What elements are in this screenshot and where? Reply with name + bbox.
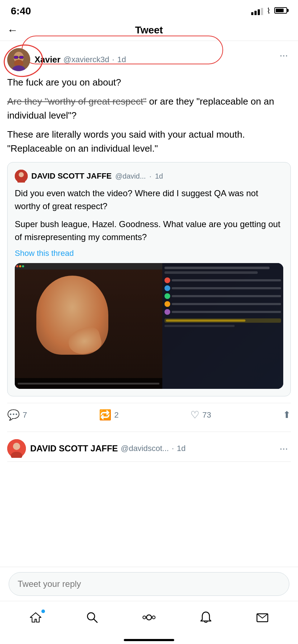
- svg-point-17: [152, 616, 155, 619]
- quoted-author-handle: @david...: [115, 172, 146, 180]
- home-svg: [29, 611, 42, 624]
- nav-messages[interactable]: [248, 607, 277, 632]
- quoted-text-part2: Super bush league, Hazel. Goodness. What…: [15, 218, 283, 244]
- avatar: [7, 48, 30, 71]
- reply-icon: 💬: [7, 409, 20, 421]
- screenshot-content: [15, 263, 283, 389]
- home-icon: [29, 611, 42, 627]
- page-title: Tweet: [135, 24, 163, 36]
- like-count: 73: [202, 410, 211, 420]
- tweet-text-line3: These are literally words you said with …: [7, 128, 291, 156]
- quoted-tweet-age: 1d: [155, 172, 163, 180]
- next-tweet-avatar: [7, 439, 26, 458]
- author-name: Xavier: [35, 55, 60, 65]
- mail-svg: [256, 611, 269, 624]
- more-options-button[interactable]: ···: [277, 48, 291, 63]
- svg-point-15: [146, 615, 152, 620]
- author-info: Xavier @xavierck3d · 1d: [35, 55, 126, 65]
- next-tweet-more-button[interactable]: ···: [277, 441, 291, 456]
- tweet-body: The fuck are you on about? Are they "wor…: [7, 75, 291, 156]
- next-tweet-name-row: DAVID SCOTT JAFFE @davidscot... · 1d: [30, 443, 186, 454]
- notifications-icon: [199, 611, 212, 627]
- bell-svg: [199, 611, 212, 624]
- next-tweet: DAVID SCOTT JAFFE @davidscot... · 1d ···: [7, 432, 291, 462]
- tweet-text-line1: The fuck are you on about?: [7, 75, 291, 89]
- tweet-age: 1d: [117, 55, 126, 64]
- svg-rect-4: [19, 56, 23, 59]
- like-button[interactable]: ♡ 73: [190, 409, 211, 421]
- reply-count: 7: [23, 410, 27, 420]
- quoted-tweet-text: Did you even watch the video? Where did …: [15, 187, 283, 244]
- tweet-author-header: Xavier @xavierck3d · 1d ···: [7, 48, 291, 71]
- retweet-icon: 🔁: [99, 409, 112, 421]
- reply-button[interactable]: 💬 7: [7, 409, 27, 421]
- author-handle: @xavierck3d: [63, 55, 109, 64]
- spaces-icon: [143, 611, 155, 627]
- quoted-tweet: DAVID SCOTT JAFFE @david... · 1d Did you…: [7, 162, 291, 396]
- search-svg: [86, 611, 99, 624]
- next-tweet-dot: ·: [172, 444, 174, 453]
- quoted-author-name: DAVID SCOTT JAFFE: [31, 171, 112, 181]
- quoted-tweet-time: ·: [149, 172, 152, 180]
- nav-home[interactable]: [21, 607, 50, 632]
- nav-spaces[interactable]: [135, 607, 163, 632]
- battery-icon: [274, 7, 287, 15]
- share-icon: ⬆: [283, 409, 291, 420]
- nav-notifications[interactable]: [191, 607, 220, 632]
- quoted-avatar: [15, 170, 28, 183]
- svg-point-11: [13, 443, 20, 450]
- svg-point-13: [87, 613, 95, 620]
- author-name-row: Xavier @xavierck3d · 1d: [35, 55, 126, 65]
- next-tweet-author-name: DAVID SCOTT JAFFE: [30, 443, 118, 454]
- tweet-actions: 💬 7 🔁 2 ♡ 73 ⬆: [7, 403, 291, 424]
- avatar-image: [7, 48, 30, 71]
- svg-rect-3: [14, 56, 18, 59]
- wifi-icon: ⌇: [267, 6, 271, 16]
- next-tweet-author-row: DAVID SCOTT JAFFE @davidscot... · 1d: [7, 439, 186, 458]
- avatar-wrap: [7, 48, 30, 71]
- back-button[interactable]: ←: [7, 24, 18, 36]
- status-bar: 6:40 ⌇: [0, 0, 298, 19]
- like-icon: ♡: [190, 409, 199, 421]
- main-content: Xavier @xavierck3d · 1d ··· The fuck are…: [0, 41, 298, 462]
- nav-search[interactable]: [78, 607, 107, 632]
- svg-point-16: [143, 616, 146, 619]
- bottom-nav: [0, 601, 298, 644]
- tweet-time: ·: [112, 55, 114, 64]
- quoted-avatar-image: [15, 170, 28, 183]
- svg-line-14: [94, 619, 97, 622]
- retweet-count: 2: [114, 410, 119, 420]
- tweet-header-bar: ← Tweet: [0, 19, 298, 41]
- strikethrough-text: Are they "worthy of great respect": [7, 96, 146, 107]
- show-thread-link[interactable]: Show this thread: [15, 249, 283, 258]
- quoted-author-row: DAVID SCOTT JAFFE @david... · 1d: [15, 170, 283, 183]
- messages-icon: [256, 611, 269, 627]
- nav-home-dot: [41, 610, 45, 613]
- home-indicator: [124, 639, 174, 641]
- next-tweet-header: DAVID SCOTT JAFFE @davidscot... · 1d ···: [7, 439, 291, 458]
- next-tweet-age: 1d: [177, 444, 185, 453]
- status-time: 6:40: [11, 5, 31, 17]
- svg-point-8: [19, 172, 24, 177]
- spaces-svg: [143, 611, 155, 624]
- quoted-text-part1: Did you even watch the video? Where did …: [15, 187, 283, 213]
- next-avatar-image: [7, 439, 26, 458]
- next-tweet-handle: @davidscot...: [121, 444, 169, 453]
- tweet-author-row: Xavier @xavierck3d · 1d: [7, 48, 126, 71]
- status-icons: ⌇: [251, 6, 287, 16]
- next-tweet-author-info: DAVID SCOTT JAFFE @davidscot... · 1d: [30, 443, 186, 454]
- reply-bar: [0, 567, 298, 601]
- tweet-text-line2: Are they "worthy of great respect" or ar…: [7, 95, 291, 123]
- main-tweet: Xavier @xavierck3d · 1d ··· The fuck are…: [7, 41, 291, 432]
- signal-icon: [251, 7, 263, 15]
- search-icon: [86, 611, 99, 627]
- retweet-button[interactable]: 🔁 2: [99, 409, 119, 421]
- reply-input[interactable]: [9, 572, 289, 596]
- share-button[interactable]: ⬆: [283, 409, 291, 420]
- tweet-screenshot: [15, 263, 283, 389]
